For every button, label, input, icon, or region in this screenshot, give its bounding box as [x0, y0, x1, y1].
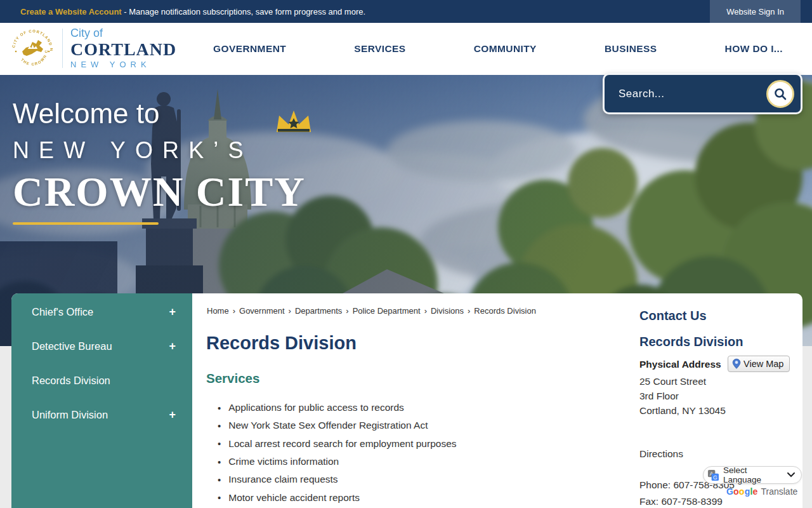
sidebar-item-label: Chief's Office — [32, 306, 93, 318]
directions-link[interactable]: Directions — [639, 448, 683, 460]
site-header: CITY OF CORTLAND NEW YORK THE CROWN CITY… — [0, 23, 812, 75]
breadcrumb-separator: › — [468, 306, 470, 316]
topbar-tagline: - Manage notification subscriptions, sav… — [122, 7, 365, 17]
address-line: 3rd Floor — [639, 389, 726, 403]
nav-government[interactable]: GOVERNMENT — [213, 43, 286, 55]
crumb-police-department[interactable]: Police Department — [353, 306, 421, 316]
city-seal-icon: CITY OF CORTLAND NEW YORK THE CROWN CITY — [9, 25, 56, 72]
google-translate-icon: A G — [707, 469, 719, 481]
sidebar-item-label: Detective Bureau — [32, 340, 112, 352]
expand-plus-icon[interactable]: + — [169, 408, 176, 422]
sidebar-item-uniform-division[interactable]: Uniform Division + — [11, 398, 192, 432]
expand-plus-icon[interactable]: + — [169, 340, 176, 353]
services-list: Applications for public access to record… — [218, 399, 457, 507]
select-language-dropdown[interactable]: A G Select Language — [703, 466, 802, 484]
crumb-government[interactable]: Government — [239, 306, 285, 316]
hero-headline: Welcome to NEW YORK’S CROWN CITY — [13, 98, 306, 216]
expand-plus-icon[interactable]: + — [169, 305, 176, 319]
search-button[interactable] — [766, 80, 794, 108]
breadcrumb: Home›Government›Departments›Police Depar… — [207, 306, 536, 316]
translate-word: Translate — [761, 486, 797, 497]
nav-business[interactable]: BUSINESS — [605, 43, 657, 55]
breadcrumb-separator: › — [346, 306, 348, 316]
logo-cortland: CORTLAND — [70, 40, 176, 58]
view-map-button[interactable]: View Map — [728, 356, 790, 372]
search-icon — [773, 87, 787, 101]
google-translate-attribution: Google Translate — [726, 486, 797, 497]
search-input[interactable] — [605, 75, 766, 112]
breadcrumb-separator: › — [289, 306, 291, 316]
list-item: Motor vehicle accident reports — [218, 488, 457, 506]
create-account-link[interactable]: Create a Website Account — [20, 7, 122, 17]
breadcrumb-separator: › — [424, 306, 427, 316]
contact-us-heading: Contact Us — [639, 309, 707, 323]
utility-topbar: Create a Website Account - Manage notifi… — [0, 0, 812, 23]
sidebar-item-label: Uniform Division — [32, 409, 108, 421]
site-logo[interactable]: CITY OF CORTLAND NEW YORK THE CROWN CITY… — [9, 25, 176, 72]
map-pin-icon — [732, 358, 741, 370]
crumb-departments[interactable]: Departments — [295, 306, 342, 316]
website-signin-button[interactable]: Website Sign In — [710, 0, 801, 23]
svg-text:G: G — [713, 474, 717, 480]
address-line: Cortland, NY 13045 — [639, 403, 726, 418]
sidebar-item-detective-bureau[interactable]: Detective Bureau + — [11, 329, 192, 363]
crumb-divisions[interactable]: Divisions — [431, 306, 464, 316]
list-item: Applications for public access to record… — [218, 399, 457, 417]
crown-icon — [273, 108, 315, 136]
services-heading: Services — [206, 371, 259, 386]
chevron-down-icon — [787, 472, 795, 478]
list-item: Insurance claim requests — [218, 471, 457, 488]
content-card: Chief's Office + Detective Bureau + Reco… — [11, 293, 802, 508]
google-logo-text: Google — [726, 486, 757, 497]
logo-city-of: City of — [70, 27, 176, 40]
breadcrumb-separator: › — [233, 306, 235, 316]
hero-welcome-text: Welcome to — [13, 98, 306, 130]
crumb-home[interactable]: Home — [207, 306, 229, 316]
hero-gold-underline — [13, 222, 159, 225]
hero-crown-city-text: CROWN CITY — [13, 168, 306, 216]
physical-address: 25 Court Street 3rd Floor Cortland, NY 1… — [639, 374, 726, 418]
section-sidebar: Chief's Office + Detective Bureau + Reco… — [11, 293, 192, 508]
fax-row: Fax: 607-758-8399 — [639, 496, 723, 507]
contact-division-heading: Records Division — [639, 335, 743, 349]
logo-new-york: NEW YORK — [70, 60, 176, 69]
nav-how-do-i[interactable]: HOW DO I... — [725, 43, 783, 55]
sidebar-item-records-division[interactable]: Records Division — [11, 363, 192, 398]
fax-number: 607-758-8399 — [661, 496, 723, 507]
nav-services[interactable]: SERVICES — [354, 43, 405, 55]
sidebar-item-chiefs-office[interactable]: Chief's Office + — [11, 295, 192, 329]
list-item: Crime victims information — [218, 453, 457, 471]
main-navigation: GOVERNMENT SERVICES COMMUNITY BUSINESS H… — [213, 23, 783, 75]
logo-wordmark: City of CORTLAND NEW YORK — [70, 27, 176, 69]
list-item: New York State Sex Offender Registration… — [218, 417, 457, 434]
logo-divider — [62, 29, 63, 68]
hero-new-yorks-text: NEW YORK’S — [13, 137, 306, 164]
fax-label: Fax: — [639, 496, 661, 507]
nav-community[interactable]: COMMUNITY — [474, 43, 537, 55]
view-map-label: View Map — [743, 359, 783, 369]
site-search — [603, 73, 802, 114]
topbar-message: Create a Website Account - Manage notifi… — [0, 7, 365, 17]
list-item: Local arrest record search for employmen… — [218, 435, 457, 453]
physical-address-label: Physical Address — [639, 359, 721, 370]
sidebar-item-label: Records Division — [32, 375, 110, 387]
page-title: Records Division — [206, 333, 357, 354]
crumb-current: Records Division — [474, 306, 536, 316]
address-line: 25 Court Street — [639, 374, 726, 389]
phone-label: Phone: — [639, 479, 673, 490]
select-language-label: Select Language — [723, 465, 783, 485]
